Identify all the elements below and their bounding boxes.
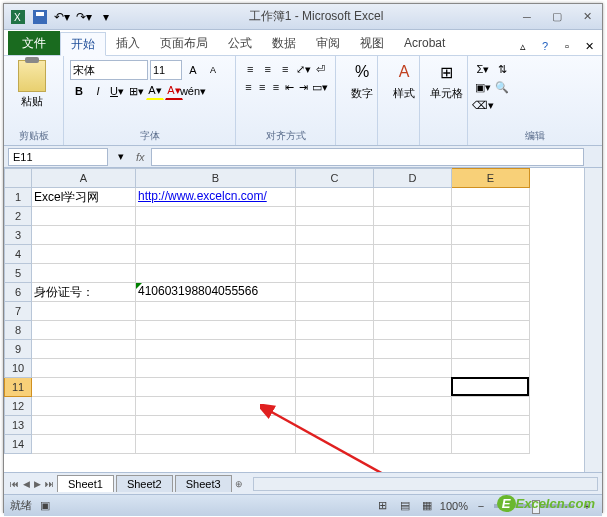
cell-A8[interactable]	[32, 321, 136, 340]
cell-A6[interactable]: 身份证号：	[32, 283, 136, 302]
vertical-scrollbar[interactable]	[584, 168, 602, 472]
styles-button[interactable]: A 样式	[384, 60, 424, 101]
row-header-13[interactable]: 13	[4, 416, 32, 435]
view-break-icon[interactable]: ▦	[418, 497, 436, 515]
undo-icon[interactable]: ↶▾	[52, 7, 72, 27]
cell-E2[interactable]	[452, 207, 530, 226]
row-header-10[interactable]: 10	[4, 359, 32, 378]
zoom-level[interactable]: 100%	[440, 500, 468, 512]
sheet-tab-2[interactable]: Sheet2	[116, 475, 173, 492]
cell-B6[interactable]: 410603198804055566	[136, 283, 296, 302]
cell-D8[interactable]	[374, 321, 452, 340]
cell-D2[interactable]	[374, 207, 452, 226]
cell-C13[interactable]	[296, 416, 374, 435]
row-header-12[interactable]: 12	[4, 397, 32, 416]
close-button[interactable]: ✕	[576, 8, 598, 26]
cell-E7[interactable]	[452, 302, 530, 321]
sheet-nav-first-icon[interactable]: ⏮	[8, 479, 21, 489]
cell-A7[interactable]	[32, 302, 136, 321]
cell-D6[interactable]	[374, 283, 452, 302]
indent-dec-icon[interactable]: ⇤	[283, 78, 296, 96]
sheet-tab-3[interactable]: Sheet3	[175, 475, 232, 492]
redo-icon[interactable]: ↷▾	[74, 7, 94, 27]
grow-font-icon[interactable]: A	[184, 61, 202, 79]
col-header-E[interactable]: E	[452, 168, 530, 188]
cell-A10[interactable]	[32, 359, 136, 378]
tab-acrobat[interactable]: Acrobat	[394, 31, 455, 55]
excel-icon[interactable]: X	[8, 7, 28, 27]
shrink-font-icon[interactable]: A	[204, 61, 222, 79]
cell-B7[interactable]	[136, 302, 296, 321]
cell-E6[interactable]	[452, 283, 530, 302]
row-header-11[interactable]: 11	[4, 378, 32, 397]
cell-E10[interactable]	[452, 359, 530, 378]
cell-C9[interactable]	[296, 340, 374, 359]
cell-A4[interactable]	[32, 245, 136, 264]
cell-C11[interactable]	[296, 378, 374, 397]
cell-E12[interactable]	[452, 397, 530, 416]
cell-D9[interactable]	[374, 340, 452, 359]
cell-B9[interactable]	[136, 340, 296, 359]
cell-B1[interactable]: http://www.excelcn.com/	[136, 188, 296, 207]
cell-C10[interactable]	[296, 359, 374, 378]
tab-view[interactable]: 视图	[350, 31, 394, 55]
doc-close-icon[interactable]: ✕	[580, 37, 598, 55]
row-header-2[interactable]: 2	[4, 207, 32, 226]
cell-D4[interactable]	[374, 245, 452, 264]
qat-more-icon[interactable]: ▾	[96, 7, 116, 27]
align-mid-icon[interactable]: ≡	[260, 60, 277, 78]
cell-C12[interactable]	[296, 397, 374, 416]
tab-review[interactable]: 审阅	[306, 31, 350, 55]
cell-C1[interactable]	[296, 188, 374, 207]
cell-E5[interactable]	[452, 264, 530, 283]
col-header-A[interactable]: A	[32, 168, 136, 188]
row-header-9[interactable]: 9	[4, 340, 32, 359]
underline-button[interactable]: U▾	[108, 82, 126, 100]
row-header-7[interactable]: 7	[4, 302, 32, 321]
tab-file[interactable]: 文件	[8, 31, 60, 55]
font-name-input[interactable]	[70, 60, 148, 80]
cell-C6[interactable]	[296, 283, 374, 302]
zoom-slider[interactable]	[494, 504, 574, 508]
cell-E1[interactable]	[452, 188, 530, 207]
row-header-4[interactable]: 4	[4, 245, 32, 264]
cells-button[interactable]: ⊞ 单元格	[426, 60, 466, 101]
cell-E9[interactable]	[452, 340, 530, 359]
sheet-nav-next-icon[interactable]: ▶	[32, 479, 43, 489]
namebox-dropdown-icon[interactable]: ▾	[112, 148, 130, 166]
row-header-8[interactable]: 8	[4, 321, 32, 340]
cell-C3[interactable]	[296, 226, 374, 245]
cell-B10[interactable]	[136, 359, 296, 378]
ribbon-min-icon[interactable]: ▵	[514, 37, 532, 55]
name-box[interactable]	[8, 148, 108, 166]
cell-E4[interactable]	[452, 245, 530, 264]
tab-data[interactable]: 数据	[262, 31, 306, 55]
cell-C5[interactable]	[296, 264, 374, 283]
col-header-C[interactable]: C	[296, 168, 374, 188]
cell-B14[interactable]	[136, 435, 296, 454]
fx-icon[interactable]: fx	[130, 151, 151, 163]
doc-restore-icon[interactable]: ▫	[558, 37, 576, 55]
cell-D12[interactable]	[374, 397, 452, 416]
row-header-3[interactable]: 3	[4, 226, 32, 245]
cell-E8[interactable]	[452, 321, 530, 340]
cell-D10[interactable]	[374, 359, 452, 378]
cell-D7[interactable]	[374, 302, 452, 321]
fill-icon[interactable]: ▣▾	[474, 78, 492, 96]
cell-B11[interactable]	[136, 378, 296, 397]
cell-D13[interactable]	[374, 416, 452, 435]
align-top-icon[interactable]: ≡	[242, 60, 259, 78]
cell-E13[interactable]	[452, 416, 530, 435]
cell-D3[interactable]	[374, 226, 452, 245]
cell-E11[interactable]	[452, 378, 530, 397]
cell-B2[interactable]	[136, 207, 296, 226]
phonetic-button[interactable]: wén▾	[184, 82, 202, 100]
cell-A12[interactable]	[32, 397, 136, 416]
save-icon[interactable]	[30, 7, 50, 27]
cell-D5[interactable]	[374, 264, 452, 283]
autosum-icon[interactable]: Σ▾	[474, 60, 492, 78]
sheet-tab-1[interactable]: Sheet1	[57, 475, 114, 492]
cell-C14[interactable]	[296, 435, 374, 454]
row-header-5[interactable]: 5	[4, 264, 32, 283]
new-sheet-icon[interactable]: ⊕	[233, 479, 245, 489]
